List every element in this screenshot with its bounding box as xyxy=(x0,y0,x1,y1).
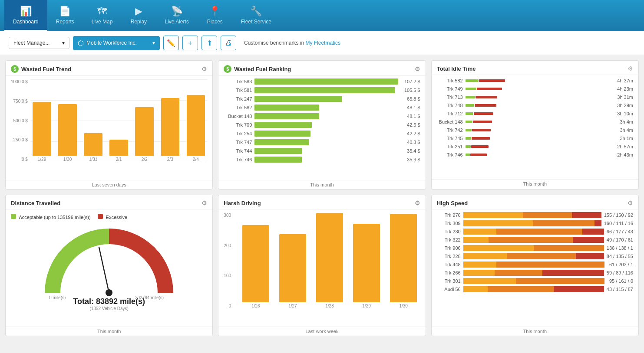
nav-item-dashboard[interactable]: 📊Dashboard xyxy=(4,0,47,31)
bar-x-label: 2/3 xyxy=(167,157,173,162)
settings-gear-icon[interactable]: ⚙ xyxy=(201,65,207,72)
harsh-x-label: 1/27 xyxy=(288,304,297,308)
ranking-row: Trk 709 42.6 $ xyxy=(224,122,420,128)
ranking-bar xyxy=(254,113,319,119)
bar-x-label: 1/31 xyxy=(89,157,97,162)
hs-red-seg xyxy=(582,229,604,235)
settings-gear-icon[interactable]: ⚙ xyxy=(415,199,420,206)
nav-item-livealerts[interactable]: 📡Live Alerts xyxy=(156,0,197,31)
hs-speed-value: 43 / 115 / 87 xyxy=(607,287,633,292)
idle-bar-wrap xyxy=(466,135,613,141)
ranking-value: 42.2 $ xyxy=(401,131,420,136)
view-selector[interactable]: Fleet Manage... ▾ xyxy=(9,37,69,49)
settings-gear-icon[interactable]: ⚙ xyxy=(201,199,207,206)
nav-item-fleetservice[interactable]: 🔧Fleet Service xyxy=(232,0,280,31)
harsh-bar xyxy=(242,225,269,303)
nav-item-places[interactable]: 📍Places xyxy=(198,0,232,31)
settings-gear-icon[interactable]: ⚙ xyxy=(415,65,420,72)
toolbar: Fleet Manage... ▾ ⬡ Mobile Workforce Inc… xyxy=(0,31,644,55)
dashboard-nav-label: Dashboard xyxy=(13,19,39,25)
settings-gear-icon[interactable]: ⚙ xyxy=(627,199,633,206)
idle-row: Trk 748 3h 29m xyxy=(437,102,633,108)
ranking-vehicle-label: Trk 709 xyxy=(224,122,252,127)
distance-travelled-panel: Distance Travelled ⚙ Acceptable (up to 1… xyxy=(5,195,213,336)
add-button[interactable]: ＋ xyxy=(182,36,198,50)
hs-bar-wrap xyxy=(463,278,604,284)
harsh-y-label: 0 xyxy=(228,304,231,308)
customise-text: Customise benchmarks in My Fleetmatics xyxy=(244,40,340,46)
settings-gear-icon[interactable]: ⚙ xyxy=(627,65,633,72)
harsh-bar-column: 1/30 xyxy=(387,213,420,308)
hs-orange-seg xyxy=(495,270,542,276)
harsh-x-label: 1/26 xyxy=(251,304,260,308)
hs-vehicle-label: Trk 228 xyxy=(437,254,461,259)
high-speed-list: Trk 276 155 / 150 / 92 Trk 309 160 / 141… xyxy=(432,209,638,327)
idle-time-value: 4h 23m xyxy=(616,86,633,92)
hs-yellow-seg xyxy=(463,245,534,251)
company-selector[interactable]: ⬡ Mobile Workforce Inc. ▾ xyxy=(73,36,160,50)
hs-bar-wrap xyxy=(463,286,604,292)
high-speed-row: Trk 309 160 / 141 / 16 xyxy=(437,220,633,226)
hs-vehicle-label: Audi 56 xyxy=(437,287,461,292)
ranking-vehicle-label: Trk 582 xyxy=(224,105,252,110)
gauge-total: Total: 83892 mile(s) xyxy=(73,297,145,306)
idle-time-value: 2h 43m xyxy=(616,152,633,157)
gauge-area: Acceptable (up to 135196 mile(s)) Excess… xyxy=(6,209,212,327)
nav-item-replay[interactable]: ▶Replay xyxy=(121,0,156,31)
hs-yellow-seg xyxy=(463,229,496,235)
print-button[interactable]: 🖨 xyxy=(221,36,236,50)
ranking-row: Trk 583 107.2 $ xyxy=(224,78,420,85)
idle-green-bar xyxy=(466,145,471,148)
y-label: 0 $ xyxy=(22,157,28,162)
ranking-bar xyxy=(254,131,310,137)
hs-bar-wrap xyxy=(463,212,601,218)
high-speed-row: Trk 276 155 / 150 / 92 xyxy=(437,212,633,218)
my-fleetmatics-link[interactable]: My Fleetmatics xyxy=(305,40,340,46)
y-label: 750.0 $ xyxy=(13,99,28,104)
panel-title: $ Wasted Fuel Ranking xyxy=(224,65,291,73)
idle-row: Trk 746 2h 43m xyxy=(437,152,633,158)
high-speed-row: Trk 230 66 / 177 / 43 xyxy=(437,229,633,235)
hs-orange-seg xyxy=(488,286,554,292)
ranking-vehicle-label: Trk 254 xyxy=(224,131,252,136)
high-speed-row: Audi 56 43 / 115 / 87 xyxy=(437,286,633,292)
legend-excessive: Excessive xyxy=(98,214,128,220)
hs-speed-value: 160 / 141 / 16 xyxy=(604,221,633,226)
bar xyxy=(135,107,153,156)
harsh-bar xyxy=(390,214,417,302)
panel-footer: This month xyxy=(6,327,212,336)
idle-bar-wrap xyxy=(466,119,613,125)
idle-time-value: 3h 10m xyxy=(616,111,633,116)
bar xyxy=(33,102,51,156)
panel-footer: This month xyxy=(432,179,638,188)
hs-vehicle-label: Trk 309 xyxy=(437,221,461,226)
idle-time-value: 3h 1m xyxy=(616,136,633,141)
idle-time-value: 4h 37m xyxy=(616,78,633,83)
svg-text:0 mile(s): 0 mile(s) xyxy=(49,295,66,300)
idle-row: Trk 749 4h 23m xyxy=(437,86,633,92)
hs-vehicle-label: Trk 276 xyxy=(437,212,461,218)
fleetservice-nav-label: Fleet Service xyxy=(241,19,271,25)
idle-green-bar xyxy=(466,96,475,98)
ranking-value: 35.4 $ xyxy=(401,148,420,154)
nav-item-livemap[interactable]: 🗺Live Map xyxy=(83,0,122,31)
edit-button[interactable]: ✏️ xyxy=(163,36,179,50)
harsh-driving-panel: Harsh Driving ⚙ 3002001000 1/261/271/281… xyxy=(218,195,426,336)
harsh-x-label: 1/28 xyxy=(325,304,334,308)
high-speed-row: Trk 448 61 / 203 / 1 xyxy=(437,261,633,268)
nav-item-reports[interactable]: 📄Reports xyxy=(47,0,83,31)
ranking-bar xyxy=(254,96,342,102)
hs-yellow-seg xyxy=(463,212,523,218)
panel-header: $ Wasted Fuel Trend ⚙ xyxy=(6,61,212,76)
replay-nav-icon: ▶ xyxy=(135,6,142,17)
harsh-y-label: 100 xyxy=(224,273,231,278)
download-button[interactable]: ⬆ xyxy=(201,36,217,50)
idle-red-bar xyxy=(477,88,502,90)
network-icon: ⬡ xyxy=(78,39,84,47)
ranking-value: 48.1 $ xyxy=(401,114,420,119)
legend-acceptable: Acceptable (up to 135196 mile(s)) xyxy=(11,214,91,220)
harsh-y-labels: 3002001000 xyxy=(224,213,233,308)
panel-header: Distance Travelled ⚙ xyxy=(6,195,212,209)
idle-time-value: 3h 4m xyxy=(616,119,633,124)
bar-column: 2/3 xyxy=(159,79,182,162)
